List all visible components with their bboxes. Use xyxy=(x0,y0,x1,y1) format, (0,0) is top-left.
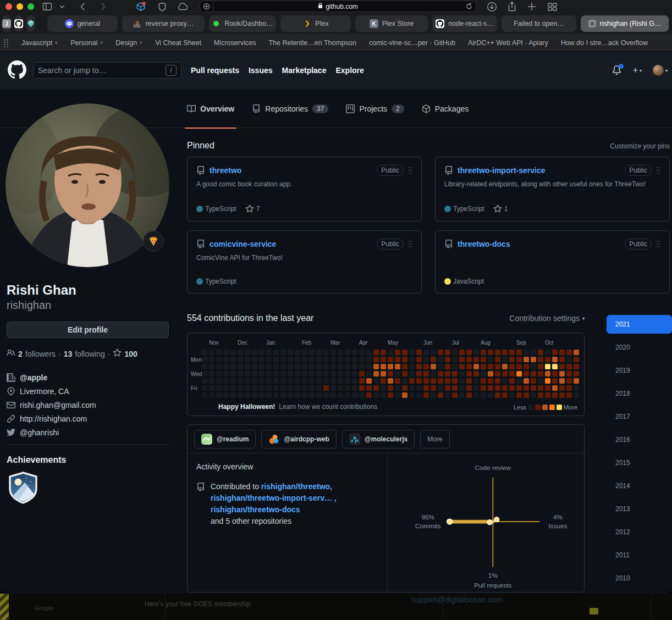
contribution-cell[interactable] xyxy=(502,392,508,398)
contribution-cell[interactable] xyxy=(338,350,343,355)
repo-link[interactable]: comicvine-service xyxy=(210,240,372,248)
contribution-cell[interactable] xyxy=(223,378,229,384)
drag-handle-icon[interactable] xyxy=(408,167,412,174)
contribution-cell[interactable] xyxy=(559,392,565,398)
contribution-cell[interactable] xyxy=(366,392,372,398)
contribution-cell[interactable] xyxy=(316,371,322,377)
contribution-cell[interactable] xyxy=(266,378,272,384)
contribution-cell[interactable] xyxy=(459,385,465,391)
contribution-cell[interactable] xyxy=(559,350,565,355)
tab-repositories[interactable]: Repositories37 xyxy=(252,89,328,128)
contribution-cell[interactable] xyxy=(473,378,479,384)
contribution-cell[interactable] xyxy=(359,392,365,398)
contribution-cell[interactable] xyxy=(209,371,214,377)
contribution-cell[interactable] xyxy=(488,357,493,362)
contribution-cell[interactable] xyxy=(466,371,472,377)
contribution-settings-button[interactable]: Contribution settings▾ xyxy=(509,314,585,323)
year-link-2015[interactable]: 2015 xyxy=(607,453,672,472)
contribution-cell[interactable] xyxy=(445,378,450,384)
contribution-cell[interactable] xyxy=(466,392,472,398)
contribution-cell[interactable] xyxy=(423,392,429,398)
contribution-cell[interactable] xyxy=(459,371,465,377)
close-window-button[interactable] xyxy=(5,3,12,10)
contribution-cell[interactable] xyxy=(495,364,500,369)
contribution-cell[interactable] xyxy=(481,385,486,391)
contribution-cell[interactable] xyxy=(323,350,329,355)
contribution-cell[interactable] xyxy=(366,357,372,362)
contribution-cell[interactable] xyxy=(445,350,450,355)
contribution-cell[interactable] xyxy=(438,364,443,369)
contribution-cell[interactable] xyxy=(202,392,207,398)
contribution-cell[interactable] xyxy=(252,392,257,398)
contribution-cell[interactable] xyxy=(202,385,207,391)
contribution-cell[interactable] xyxy=(295,364,300,369)
drag-handle-icon[interactable] xyxy=(656,167,660,174)
contribution-cell[interactable] xyxy=(395,371,400,377)
contribution-cell[interactable] xyxy=(388,385,393,391)
browser-tab[interactable]: KPlex Store xyxy=(355,15,428,32)
contribution-cell[interactable] xyxy=(273,357,279,362)
contribution-cell[interactable] xyxy=(352,371,357,377)
contribution-cell[interactable] xyxy=(438,371,443,377)
contribution-cell[interactable] xyxy=(359,378,365,384)
contribution-cell[interactable] xyxy=(524,364,529,369)
edit-profile-button[interactable]: Edit profile xyxy=(7,322,169,338)
contribution-cell[interactable] xyxy=(323,371,329,377)
pinned-tab[interactable]: J xyxy=(2,15,11,32)
contribution-cell[interactable] xyxy=(266,371,272,377)
contribution-cell[interactable] xyxy=(309,392,315,398)
contribution-cell[interactable] xyxy=(245,385,250,391)
org-button[interactable]: @moleculerjs xyxy=(342,430,415,449)
contribution-cell[interactable] xyxy=(416,350,422,355)
contribution-cell[interactable] xyxy=(438,385,443,391)
contribution-cell[interactable] xyxy=(295,392,300,398)
contribution-cell[interactable] xyxy=(473,350,479,355)
contribution-cell[interactable] xyxy=(288,350,293,355)
contribution-cell[interactable] xyxy=(423,385,429,391)
contribution-cell[interactable] xyxy=(288,357,293,362)
contribution-cell[interactable] xyxy=(366,364,372,369)
new-tab-icon[interactable] xyxy=(526,1,537,12)
contribution-cell[interactable] xyxy=(524,378,529,384)
contribution-cell[interactable] xyxy=(438,392,443,398)
contribution-cell[interactable] xyxy=(209,364,214,369)
contribution-cell[interactable] xyxy=(223,392,229,398)
contribution-cell[interactable] xyxy=(238,371,243,377)
contribution-cell[interactable] xyxy=(266,364,272,369)
year-link-2017[interactable]: 2017 xyxy=(607,407,672,426)
contribution-cell[interactable] xyxy=(359,385,365,391)
contribution-cell[interactable] xyxy=(388,350,393,355)
contribution-cell[interactable] xyxy=(538,350,543,355)
contribution-cell[interactable] xyxy=(524,350,529,355)
org-button[interactable]: @readium xyxy=(194,430,256,449)
year-link-2011[interactable]: 2011 xyxy=(607,546,672,564)
contribution-cell[interactable] xyxy=(216,392,222,398)
contribution-cell[interactable] xyxy=(545,378,550,384)
contribution-cell[interactable] xyxy=(566,385,572,391)
tab-packages[interactable]: Packages xyxy=(422,89,469,128)
year-link-2018[interactable]: 2018 xyxy=(607,384,672,403)
contribution-cell[interactable] xyxy=(431,392,436,398)
contribution-cell[interactable] xyxy=(345,392,350,398)
contribution-cell[interactable] xyxy=(402,371,407,377)
contribution-cell[interactable] xyxy=(452,364,458,369)
contribution-cell[interactable] xyxy=(323,378,329,384)
contribution-cell[interactable] xyxy=(445,392,450,398)
contribution-cell[interactable] xyxy=(280,364,286,369)
status-emoji-badge[interactable] xyxy=(143,231,164,252)
contribution-cell[interactable] xyxy=(280,385,286,391)
contribution-cell[interactable] xyxy=(331,385,336,391)
sidebar-chevron-icon[interactable] xyxy=(58,1,66,12)
contribution-cell[interactable] xyxy=(359,364,365,369)
contribution-cell[interactable] xyxy=(381,385,386,391)
contribution-cell[interactable] xyxy=(481,392,486,398)
contribution-cell[interactable] xyxy=(381,364,386,369)
contribution-cell[interactable] xyxy=(388,357,393,362)
contribution-cell[interactable] xyxy=(230,364,236,369)
contribution-cell[interactable] xyxy=(288,364,293,369)
contribution-cell[interactable] xyxy=(202,364,207,369)
contribution-cell[interactable] xyxy=(373,385,379,391)
contribution-cell[interactable] xyxy=(531,364,536,369)
contribution-cell[interactable] xyxy=(566,371,572,377)
contributed-repo-link[interactable]: rishighan/threetwo, xyxy=(261,482,332,491)
